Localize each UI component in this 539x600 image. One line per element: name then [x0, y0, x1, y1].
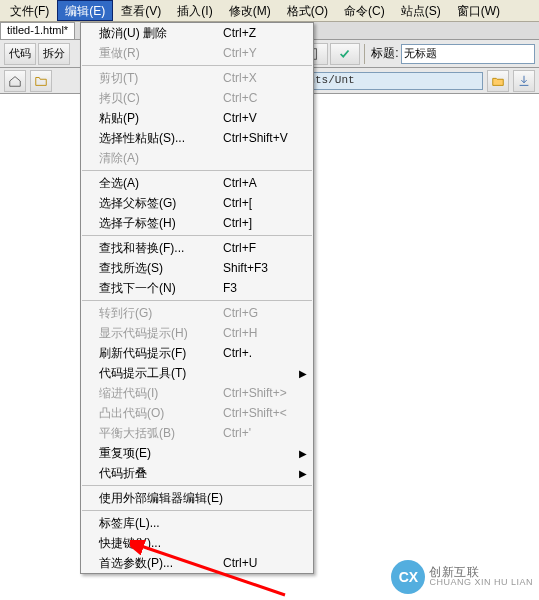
menu-item-shortcut: Ctrl+.	[223, 346, 307, 360]
menu-item-label: 首选参数(P)...	[99, 555, 223, 572]
menu-item-shortcut: Shift+F3	[223, 261, 307, 275]
menu-item-shortcut: Ctrl+Y	[223, 46, 307, 60]
menu-separator	[82, 65, 312, 66]
menubar-item[interactable]: 查看(V)	[113, 0, 169, 21]
edit-menu-dropdown: 撤消(U) 删除Ctrl+Z重做(R)Ctrl+Y剪切(T)Ctrl+X拷贝(C…	[80, 22, 314, 574]
menu-item-label: 粘贴(P)	[99, 110, 223, 127]
menu-item-label: 查找所选(S)	[99, 260, 223, 277]
menubar-item[interactable]: 站点(S)	[393, 0, 449, 21]
menu-item-shortcut: Ctrl+F	[223, 241, 307, 255]
menu-item-label: 重复项(E)	[99, 445, 223, 462]
menu-item-shortcut: Ctrl+Shift+<	[223, 406, 307, 420]
submenu-arrow-icon: ▶	[299, 468, 307, 479]
code-view-button[interactable]: 代码	[4, 43, 36, 65]
menubar: 文件(F)编辑(E)查看(V)插入(I)修改(M)格式(O)命令(C)站点(S)…	[0, 0, 539, 22]
menu-item-label: 撤消(U) 删除	[99, 25, 223, 42]
menubar-item[interactable]: 编辑(E)	[57, 0, 113, 21]
menu-item-label: 查找下一个(N)	[99, 280, 223, 297]
menu-item: 转到行(G)Ctrl+G	[81, 303, 313, 323]
menubar-item[interactable]: 文件(F)	[2, 0, 57, 21]
menu-item[interactable]: 首选参数(P)...Ctrl+U	[81, 553, 313, 573]
menu-item[interactable]: 使用外部编辑器编辑(E)	[81, 488, 313, 508]
menu-item[interactable]: 刷新代码提示(F)Ctrl+.	[81, 343, 313, 363]
menu-separator	[82, 170, 312, 171]
menu-item-shortcut: F3	[223, 281, 307, 295]
menu-item-label: 代码折叠	[99, 465, 223, 482]
menu-item[interactable]: 选择子标签(H)Ctrl+]	[81, 213, 313, 233]
menu-item-shortcut: Ctrl+Shift+>	[223, 386, 307, 400]
menu-item-shortcut: Ctrl+V	[223, 111, 307, 125]
menu-item: 拷贝(C)Ctrl+C	[81, 88, 313, 108]
split-view-button[interactable]: 拆分	[38, 43, 70, 65]
title-input[interactable]	[401, 44, 535, 64]
watermark-brand: 创新互联	[429, 567, 533, 577]
menu-separator	[82, 235, 312, 236]
toolbar-button-e[interactable]	[330, 43, 360, 65]
menu-separator	[82, 510, 312, 511]
menu-item[interactable]: 选择父标签(G)Ctrl+[	[81, 193, 313, 213]
check-icon	[338, 47, 352, 61]
menu-item-label: 转到行(G)	[99, 305, 223, 322]
toolbar-separator	[364, 44, 365, 64]
menu-item: 凸出代码(O)Ctrl+Shift+<	[81, 403, 313, 423]
menu-item-shortcut: Ctrl+X	[223, 71, 307, 85]
menu-item-label: 选择性粘贴(S)...	[99, 130, 223, 147]
submenu-arrow-icon: ▶	[299, 448, 307, 459]
nav-button-a[interactable]	[4, 70, 26, 92]
menu-item-label: 刷新代码提示(F)	[99, 345, 223, 362]
path-action-button[interactable]	[513, 70, 535, 92]
menubar-item[interactable]: 格式(O)	[279, 0, 336, 21]
folder-open-icon	[491, 74, 505, 88]
menu-item[interactable]: 撤消(U) 删除Ctrl+Z	[81, 23, 313, 43]
menu-item-label: 代码提示工具(T)	[99, 365, 223, 382]
menu-item-label: 选择子标签(H)	[99, 215, 223, 232]
menu-item[interactable]: 全选(A)Ctrl+A	[81, 173, 313, 193]
menu-separator	[82, 300, 312, 301]
menu-item: 剪切(T)Ctrl+X	[81, 68, 313, 88]
title-label: 标题:	[371, 45, 398, 62]
menu-item-shortcut: Ctrl+Z	[223, 26, 307, 40]
menu-item: 缩进代码(I)Ctrl+Shift+>	[81, 383, 313, 403]
menu-item-label: 标签库(L)...	[99, 515, 223, 532]
menubar-item[interactable]: 窗口(W)	[449, 0, 508, 21]
menubar-item[interactable]: 插入(I)	[169, 0, 220, 21]
menu-item[interactable]: 查找下一个(N)F3	[81, 278, 313, 298]
menu-item-shortcut: Ctrl+H	[223, 326, 307, 340]
menu-item-shortcut: Ctrl+]	[223, 216, 307, 230]
nav-button-b[interactable]	[30, 70, 52, 92]
menu-item: 清除(A)	[81, 148, 313, 168]
menu-item[interactable]: 选择性粘贴(S)...Ctrl+Shift+V	[81, 128, 313, 148]
menu-item[interactable]: 代码折叠▶	[81, 463, 313, 483]
menu-item[interactable]: 代码提示工具(T)▶	[81, 363, 313, 383]
menu-item[interactable]: 查找所选(S)Shift+F3	[81, 258, 313, 278]
watermark-logo-icon: CX	[391, 560, 425, 594]
menu-item-shortcut: Ctrl+'	[223, 426, 307, 440]
menubar-item[interactable]: 命令(C)	[336, 0, 393, 21]
menu-item-label: 显示代码提示(H)	[99, 325, 223, 342]
menu-item-label: 平衡大括弧(B)	[99, 425, 223, 442]
menu-item-shortcut: Ctrl+C	[223, 91, 307, 105]
menu-item[interactable]: 粘贴(P)Ctrl+V	[81, 108, 313, 128]
menu-item: 重做(R)Ctrl+Y	[81, 43, 313, 63]
menu-item[interactable]: 查找和替换(F)...Ctrl+F	[81, 238, 313, 258]
menu-separator	[82, 485, 312, 486]
home-icon	[8, 74, 22, 88]
menu-item-shortcut: Ctrl+G	[223, 306, 307, 320]
path-browse-button[interactable]	[487, 70, 509, 92]
watermark: CX 创新互联 CHUANG XIN HU LIAN	[391, 560, 533, 594]
submenu-arrow-icon: ▶	[299, 368, 307, 379]
download-icon	[517, 74, 531, 88]
menu-item[interactable]: 快捷键(Y)...	[81, 533, 313, 553]
menu-item-shortcut: Ctrl+A	[223, 176, 307, 190]
menu-item-label: 选择父标签(G)	[99, 195, 223, 212]
menu-item[interactable]: 标签库(L)...	[81, 513, 313, 533]
menu-item[interactable]: 重复项(E)▶	[81, 443, 313, 463]
menu-item-shortcut: Ctrl+Shift+V	[223, 131, 307, 145]
menu-item-label: 拷贝(C)	[99, 90, 223, 107]
folder-icon	[34, 74, 48, 88]
menu-item-label: 剪切(T)	[99, 70, 223, 87]
menu-item-shortcut: Ctrl+U	[223, 556, 307, 570]
menu-item-label: 凸出代码(O)	[99, 405, 223, 422]
menubar-item[interactable]: 修改(M)	[221, 0, 279, 21]
document-tab[interactable]: titled-1.html*	[0, 22, 75, 39]
